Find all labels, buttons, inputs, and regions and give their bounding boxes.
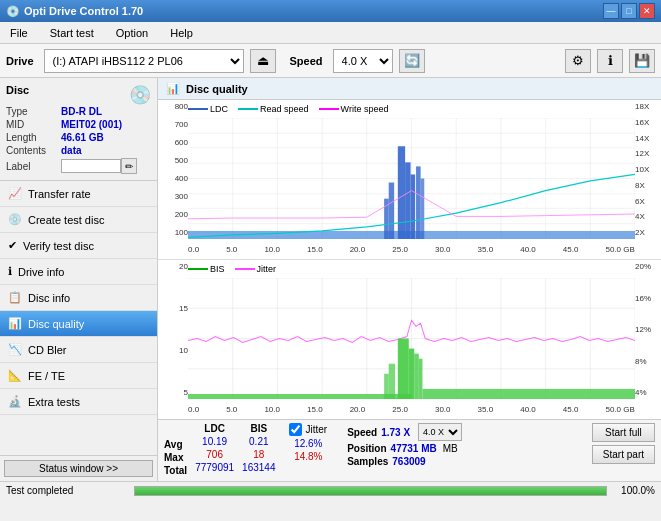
nav-cd-bler-label: CD Bler xyxy=(28,344,67,356)
ldc-total: 7779091 xyxy=(195,462,234,473)
chart-bottom-legend: BIS Jitter xyxy=(188,264,276,274)
progress-bar xyxy=(134,486,607,496)
eject-button[interactable]: ⏏ xyxy=(250,49,276,73)
drive-select[interactable]: (I:) ATAPI iHBS112 2 PL06 xyxy=(44,49,244,73)
label-field-label: Label xyxy=(6,161,61,172)
ldc-avg: 10.19 xyxy=(195,436,234,447)
svg-rect-44 xyxy=(409,349,414,399)
stats-bis-col: BIS 0.21 18 163144 xyxy=(242,423,275,473)
position-value: 47731 MB xyxy=(391,443,437,454)
nav-transfer-rate[interactable]: 📈 Transfer rate xyxy=(0,181,157,207)
progress-bar-fill xyxy=(135,487,606,495)
menu-option[interactable]: Option xyxy=(110,25,154,41)
test-completed-label: Test completed xyxy=(6,485,126,496)
svg-rect-48 xyxy=(389,364,395,399)
maximize-button[interactable]: □ xyxy=(621,3,637,19)
legend-read-speed: Read speed xyxy=(260,104,309,114)
progress-percent: 100.0% xyxy=(615,485,655,496)
menu-bar: File Start test Option Help xyxy=(0,22,661,44)
minimize-button[interactable]: — xyxy=(603,3,619,19)
settings-button[interactable]: ⚙ xyxy=(565,49,591,73)
refresh-button[interactable]: 🔄 xyxy=(399,49,425,73)
svg-rect-20 xyxy=(398,146,405,239)
nav-verify-test-disc-label: Verify test disc xyxy=(23,240,94,252)
chart-top-legend: LDC Read speed Write speed xyxy=(188,104,388,114)
chart-bottom-y-axis-left: 2015105 xyxy=(158,260,188,399)
drive-label: Drive xyxy=(6,55,34,67)
type-value: BD-R DL xyxy=(61,106,102,117)
svg-rect-45 xyxy=(414,354,419,399)
chart-bottom-y-axis-right: 20%16%12%8%4% xyxy=(635,260,661,399)
info-button[interactable]: ℹ xyxy=(597,49,623,73)
nav-fe-te[interactable]: 📐 FE / TE xyxy=(0,363,157,389)
toolbar: Drive (I:) ATAPI iHBS112 2 PL06 ⏏ Speed … xyxy=(0,44,661,78)
position-unit: MB xyxy=(443,443,458,454)
bis-max: 18 xyxy=(242,449,275,460)
close-button[interactable]: ✕ xyxy=(639,3,655,19)
bis-avg: 0.21 xyxy=(242,436,275,447)
nav-drive-info[interactable]: ℹ Drive info xyxy=(0,259,157,285)
menu-help[interactable]: Help xyxy=(164,25,199,41)
jitter-checkbox[interactable] xyxy=(289,423,302,436)
jitter-checkbox-row[interactable]: Jitter xyxy=(289,423,327,436)
save-button[interactable]: 💾 xyxy=(629,49,655,73)
bis-total: 163144 xyxy=(242,462,275,473)
svg-rect-23 xyxy=(389,183,394,239)
status-footer: Test completed 100.0% xyxy=(0,481,661,499)
mid-label: MID xyxy=(6,119,61,130)
length-label: Length xyxy=(6,132,61,143)
chart-top-x-axis: 0.05.010.015.020.025.030.035.040.045.050… xyxy=(188,239,635,259)
jitter-max: 14.8% xyxy=(289,451,327,462)
nav-transfer-rate-label: Transfer rate xyxy=(28,188,91,200)
window-controls[interactable]: — □ ✕ xyxy=(603,3,655,19)
jitter-avg: 12.6% xyxy=(289,438,327,449)
start-full-button[interactable]: Start full xyxy=(592,423,655,442)
ldc-header: LDC xyxy=(195,423,234,434)
svg-rect-46 xyxy=(419,359,423,399)
extra-tests-icon: 🔬 xyxy=(8,395,22,408)
disc-info-icon: 📋 xyxy=(8,291,22,304)
svg-rect-21 xyxy=(405,162,410,239)
cd-bler-icon: 📉 xyxy=(8,343,22,356)
nav-disc-info[interactable]: 📋 Disc info xyxy=(0,285,157,311)
nav-extra-tests-label: Extra tests xyxy=(28,396,80,408)
speed-select[interactable]: 4.0 X xyxy=(333,49,393,73)
fe-te-icon: 📐 xyxy=(8,369,22,382)
nav-create-test-disc[interactable]: 💿 Create test disc xyxy=(0,207,157,233)
nav-verify-test-disc[interactable]: ✔ Verify test disc xyxy=(0,233,157,259)
chart-top-svg xyxy=(188,118,635,239)
legend-jitter: Jitter xyxy=(257,264,277,274)
max-label: Max xyxy=(164,452,187,463)
speed-info: Speed 1.73 X 4.0 X Position 47731 MB MB … xyxy=(347,423,462,467)
nav-cd-bler[interactable]: 📉 CD Bler xyxy=(0,337,157,363)
speed-info-select[interactable]: 4.0 X xyxy=(418,423,462,441)
position-label: Position xyxy=(347,443,386,454)
nav-extra-tests[interactable]: 🔬 Extra tests xyxy=(0,389,157,415)
total-label: Total xyxy=(164,465,187,476)
transfer-rate-icon: 📈 xyxy=(8,187,22,200)
content-area: 📊 Disc quality LDC Read speed Write spee… xyxy=(158,78,661,481)
svg-rect-47 xyxy=(422,389,635,399)
mid-value: MEIT02 (001) xyxy=(61,119,122,130)
start-part-button[interactable]: Start part xyxy=(592,445,655,464)
disc-panel-icon: 💿 xyxy=(129,84,151,106)
create-test-disc-icon: 💿 xyxy=(8,213,22,226)
drive-info-icon: ℹ xyxy=(8,265,12,278)
nav-drive-info-label: Drive info xyxy=(18,266,64,278)
menu-start-test[interactable]: Start test xyxy=(44,25,100,41)
stats-ldc-col: LDC 10.19 706 7779091 xyxy=(195,423,234,473)
menu-file[interactable]: File xyxy=(4,25,34,41)
svg-rect-49 xyxy=(384,374,389,399)
nav-disc-quality[interactable]: 📊 Disc quality xyxy=(0,311,157,337)
label-edit-button[interactable]: ✏ xyxy=(121,158,137,174)
samples-value: 763009 xyxy=(392,456,425,467)
chart-top-y-axis-left: 800700600500400300200100 xyxy=(158,100,188,239)
contents-value: data xyxy=(61,145,82,156)
nav-items: 📈 Transfer rate 💿 Create test disc ✔ Ver… xyxy=(0,181,157,455)
label-input[interactable] xyxy=(61,159,121,173)
disc-quality-title: Disc quality xyxy=(186,83,248,95)
speed-label: Speed xyxy=(290,55,323,67)
status-window-button[interactable]: Status window >> xyxy=(4,460,153,477)
svg-rect-25 xyxy=(416,166,421,239)
disc-quality-icon: 📊 xyxy=(8,317,22,330)
